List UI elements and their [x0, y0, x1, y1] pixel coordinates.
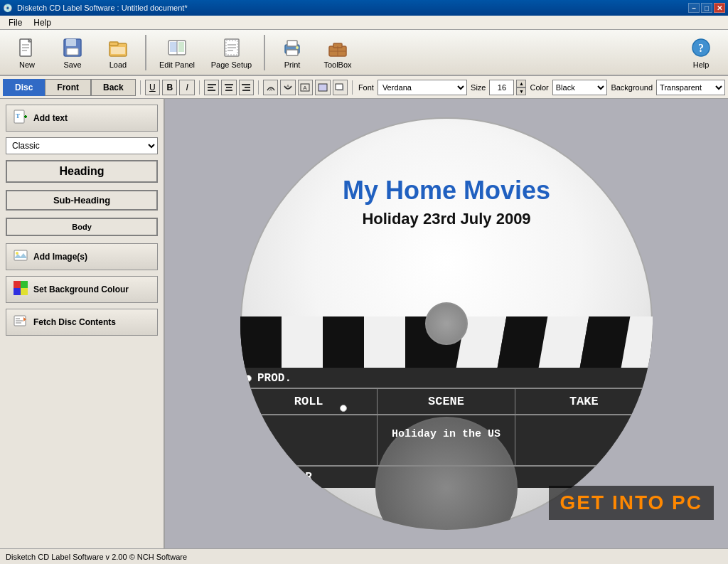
add-images-label: Add Image(s) — [33, 252, 87, 262]
text-path-btn2[interactable]: A — [280, 80, 295, 95]
load-icon — [107, 36, 129, 59]
heading-style-option[interactable]: Heading — [6, 160, 158, 183]
align-right-button[interactable] — [239, 80, 254, 95]
edit-panel-label: Edit Panel — [159, 60, 195, 69]
align-center-button[interactable] — [221, 80, 236, 95]
body-style-option[interactable]: Body — [6, 218, 158, 236]
toolbox-button[interactable]: ToolBox — [316, 33, 359, 73]
save-label: Save — [63, 60, 81, 69]
size-up-button[interactable]: ▲ — [516, 80, 526, 87]
toolbar-sep-1 — [145, 35, 146, 70]
svg-rect-21 — [287, 41, 297, 46]
load-label: Load — [109, 60, 127, 69]
save-icon — [61, 36, 84, 59]
fetch-disc-icon — [14, 314, 28, 331]
text-stretch-btn[interactable]: A — [298, 80, 313, 95]
italic-button[interactable]: I — [179, 80, 194, 95]
page-setup-icon — [220, 36, 243, 59]
text-outline-btn[interactable] — [315, 80, 330, 95]
set-bg-icon — [14, 281, 28, 298]
bg-select[interactable]: Transparent — [656, 80, 725, 95]
menu-bar: File Help — [0, 16, 728, 30]
clapper-values: Holiday in the US — [240, 415, 653, 465]
subheading-style-option[interactable]: Sub-Heading — [6, 190, 158, 211]
new-icon — [16, 36, 38, 59]
style-dropdown[interactable]: Classic — [6, 137, 158, 154]
add-images-icon — [14, 248, 28, 265]
svg-rect-45 — [336, 84, 343, 90]
scene-header: SCENE — [378, 389, 515, 414]
fetch-disc-button[interactable]: Fetch Disc Contents — [6, 309, 158, 336]
disc-container[interactable]: My Home Movies Holiday 23rd July 2009 — [240, 117, 653, 530]
fmt-sep-3 — [258, 80, 259, 95]
bold-button[interactable]: B — [162, 80, 177, 95]
tab-disc[interactable]: Disc — [3, 79, 45, 96]
tab-front[interactable]: Front — [45, 79, 91, 96]
director-row: DIRECTOR — [240, 465, 653, 488]
text-shadow-btn[interactable] — [333, 80, 348, 95]
save-button[interactable]: Save — [51, 33, 94, 73]
title-bar: 💿 Disketch CD Label Software : Untitled … — [0, 0, 728, 16]
toolbox-label: ToolBox — [323, 60, 351, 69]
title-bar-title: 💿 Disketch CD Label Software : Untitled … — [3, 4, 188, 13]
add-text-button[interactable]: T Add text — [6, 105, 158, 132]
toolbar: New Save Load — [0, 30, 728, 76]
prod-label: PROD. — [257, 372, 291, 385]
svg-rect-54 — [21, 281, 28, 288]
svg-rect-50 — [14, 250, 27, 260]
text-path-btn1[interactable]: A — [263, 80, 278, 95]
new-button[interactable]: New — [6, 33, 48, 73]
watermark-into: INTO — [612, 491, 665, 514]
left-panel: T Add text Classic Heading Sub-Heading B… — [0, 99, 165, 548]
bg-label: Background — [611, 83, 653, 92]
size-down-button[interactable]: ▼ — [516, 87, 526, 95]
size-spinner[interactable]: ▲ ▼ — [516, 80, 526, 95]
maximize-button[interactable]: □ — [701, 3, 712, 13]
add-images-button[interactable]: Add Image(s) — [6, 243, 158, 270]
edit-panel-button[interactable]: Edit Panel — [152, 33, 202, 73]
svg-rect-22 — [287, 50, 298, 55]
page-setup-button[interactable]: Page Setup — [205, 33, 258, 73]
fetch-disc-label: Fetch Disc Contents — [33, 317, 116, 327]
canvas-area: My Home Movies Holiday 23rd July 2009 — [165, 99, 728, 548]
tab-back[interactable]: Back — [91, 79, 136, 96]
svg-rect-12 — [170, 42, 177, 52]
set-bg-colour-button[interactable]: Set Background Colour — [6, 276, 158, 303]
svg-rect-56 — [21, 288, 28, 295]
director-label: DIRECTOR — [257, 471, 312, 484]
svg-text:?: ? — [698, 42, 704, 54]
disc-subtitle[interactable]: Holiday 23rd July 2009 — [318, 210, 574, 228]
svg-rect-55 — [14, 288, 21, 295]
svg-rect-43 — [318, 84, 327, 91]
svg-rect-13 — [178, 42, 184, 52]
fmt-sep-4 — [352, 80, 353, 95]
svg-point-23 — [296, 46, 299, 49]
toolbar-sep-2 — [264, 35, 265, 70]
help-button[interactable]: ? Help — [680, 33, 722, 73]
font-select[interactable]: Verdana — [378, 80, 467, 95]
main-area: T Add text Classic Heading Sub-Heading B… — [0, 99, 728, 548]
app-icon: 💿 — [3, 4, 13, 13]
disc-text-area: My Home Movies Holiday 23rd July 2009 — [318, 176, 574, 228]
watermark: GET INTO PC — [549, 486, 714, 520]
roll-value — [240, 415, 378, 465]
status-text: Disketch CD Label Software v 2.00 © NCH … — [6, 553, 187, 561]
color-select[interactable]: Black — [552, 80, 608, 95]
minimize-button[interactable]: – — [688, 3, 700, 13]
align-left-button[interactable] — [204, 80, 219, 95]
take-value — [515, 415, 653, 465]
close-button[interactable]: ✕ — [714, 3, 725, 13]
page-setup-label: Page Setup — [211, 60, 252, 69]
scene-value: Holiday in the US — [378, 415, 515, 465]
size-input[interactable] — [489, 80, 514, 95]
underline-button[interactable]: U — [145, 80, 160, 95]
svg-text:T: T — [16, 112, 20, 119]
disc-title[interactable]: My Home Movies — [318, 176, 574, 206]
svg-point-52 — [16, 252, 18, 255]
print-button[interactable]: Print — [271, 33, 314, 73]
svg-rect-53 — [14, 281, 21, 288]
menu-file[interactable]: File — [3, 16, 28, 29]
fmt-sep-1 — [140, 80, 141, 95]
menu-help[interactable]: Help — [28, 16, 57, 29]
load-button[interactable]: Load — [97, 33, 139, 73]
